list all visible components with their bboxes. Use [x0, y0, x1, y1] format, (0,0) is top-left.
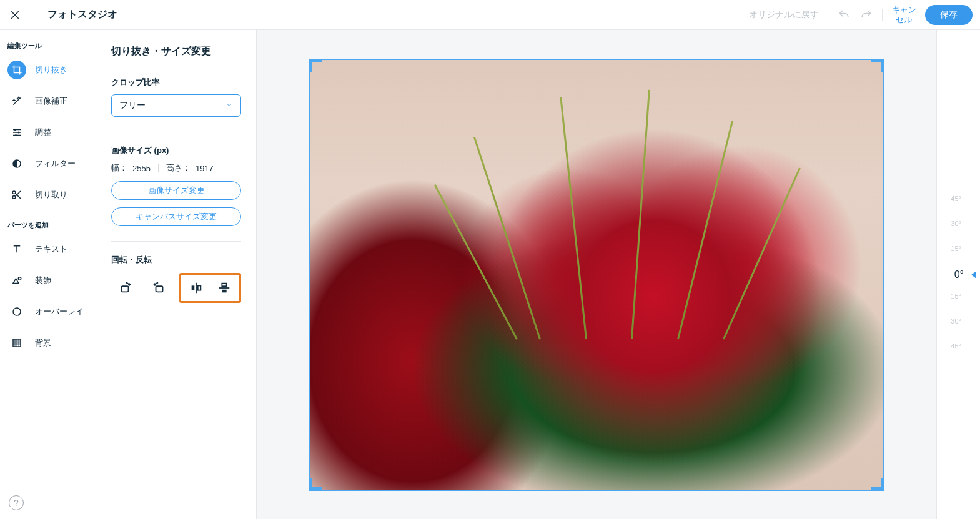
flip-vertical-icon	[217, 281, 231, 295]
separator	[828, 9, 828, 21]
flip-horizontal-icon	[189, 281, 203, 295]
image-stage[interactable]	[309, 59, 884, 490]
tool-text[interactable]: テキスト	[0, 234, 96, 265]
svg-rect-13	[222, 290, 226, 293]
svg-rect-11	[192, 285, 195, 290]
width-label: 幅：	[111, 162, 127, 174]
tool-label: 切り取り	[35, 189, 67, 200]
canvas-area[interactable]	[257, 30, 936, 519]
tool-label: 背景	[35, 337, 51, 348]
rail-section-edit: 編集ツール	[0, 37, 96, 54]
svg-point-1	[18, 132, 20, 134]
tool-label: フィルター	[35, 158, 76, 169]
height-value: 1917	[196, 164, 214, 173]
tool-label: テキスト	[35, 244, 67, 255]
sliders-icon	[11, 127, 22, 138]
edited-image	[309, 59, 884, 490]
filter-icon	[11, 158, 22, 169]
redo-icon	[860, 9, 873, 21]
divider	[111, 132, 241, 132]
chevron-down-icon	[225, 101, 233, 111]
rotate-cw-button[interactable]	[111, 276, 139, 300]
undo-icon	[838, 9, 850, 21]
tool-rail: 編集ツール 切り抜き 画像補正 調整 フィルター 切り取り パーツを追加 テキス…	[0, 30, 96, 519]
tool-overlay[interactable]: オーバーレイ	[0, 296, 96, 327]
rotate-flip-row	[111, 273, 241, 303]
image-size-label: 画像サイズ (px)	[111, 145, 241, 156]
deg-tick-15: 15°	[951, 245, 961, 252]
deg-tick-n15: -15°	[949, 292, 961, 300]
separator	[882, 9, 883, 21]
tool-crop[interactable]: 切り抜き	[0, 54, 96, 86]
deg-pointer-icon[interactable]	[971, 271, 976, 279]
crop-ratio-select[interactable]: フリー	[111, 94, 241, 117]
undo-button[interactable]	[837, 8, 851, 22]
svg-rect-9	[122, 286, 129, 292]
tool-auto-fix[interactable]: 画像補正	[0, 86, 96, 117]
rotate-ccw-icon	[152, 281, 166, 295]
crop-ratio-label: クロップ比率	[111, 77, 241, 88]
flip-buttons-highlight	[179, 273, 241, 303]
deg-tick-n45: -45°	[949, 342, 961, 350]
tool-label: 調整	[35, 127, 51, 138]
tool-adjust[interactable]: 調整	[0, 117, 96, 148]
resize-canvas-button[interactable]: キャンバスサイズ変更	[111, 207, 241, 226]
deg-tick-n30: -30°	[949, 317, 961, 325]
svg-point-6	[18, 277, 21, 280]
svg-rect-14	[222, 284, 226, 287]
tool-cut[interactable]: 切り取り	[0, 179, 96, 210]
deg-tick-45: 45°	[951, 195, 961, 202]
overlay-icon	[11, 306, 22, 317]
tool-label: 切り抜き	[35, 64, 67, 76]
background-icon	[11, 337, 22, 348]
crop-icon	[11, 64, 22, 76]
settings-panel: 切り抜き・サイズ変更 クロップ比率 フリー 画像サイズ (px) 幅： 2555…	[96, 30, 257, 519]
rotate-cw-icon	[118, 281, 132, 295]
rotate-flip-label: 回転・反転	[111, 254, 241, 265]
app-title: フォトスタジオ	[47, 8, 117, 21]
divider	[111, 241, 241, 242]
flip-horizontal-button[interactable]	[182, 276, 210, 300]
reset-original-button[interactable]: オリジナルに戻す	[749, 9, 819, 21]
crop-ratio-value: フリー	[119, 100, 146, 111]
help-button[interactable]: ?	[9, 495, 24, 510]
tool-filter[interactable]: フィルター	[0, 148, 96, 179]
cancel-button[interactable]: キャンセル	[891, 5, 916, 24]
flip-vertical-button[interactable]	[210, 276, 238, 300]
svg-point-0	[14, 129, 16, 131]
resize-image-button[interactable]: 画像サイズ変更	[111, 181, 241, 200]
tool-label: 画像補正	[35, 96, 67, 107]
deg-tick-30: 30°	[951, 220, 961, 227]
app-header: フォトスタジオ オリジナルに戻す キャンセル 保存	[0, 0, 980, 30]
close-button[interactable]	[7, 7, 22, 22]
scissors-icon	[11, 189, 22, 200]
redo-button[interactable]	[859, 8, 873, 22]
svg-point-2	[15, 134, 17, 136]
panel-title: 切り抜き・サイズ変更	[111, 45, 241, 58]
help-icon: ?	[14, 498, 19, 508]
svg-point-7	[13, 308, 21, 315]
svg-rect-12	[198, 285, 201, 290]
tool-background[interactable]: 背景	[0, 327, 96, 358]
shapes-icon	[11, 275, 22, 286]
width-value: 2555	[132, 164, 151, 173]
tool-label: 装飾	[35, 275, 51, 286]
height-label: 高さ：	[166, 162, 191, 174]
tool-label: オーバーレイ	[35, 306, 84, 317]
rotate-ccw-button[interactable]	[146, 276, 173, 300]
rail-section-parts: パーツを追加	[0, 217, 96, 234]
text-icon	[11, 244, 22, 255]
svg-rect-10	[156, 286, 162, 292]
tool-decor[interactable]: 装飾	[0, 265, 96, 296]
save-button[interactable]: 保存	[925, 5, 973, 25]
deg-current: 0°	[954, 269, 964, 280]
rotation-ruler[interactable]: 45° 30° 15° 0° -15° -30° -45°	[936, 30, 980, 519]
magic-wand-icon	[11, 96, 22, 107]
image-size-readout: 幅： 2555 高さ： 1917	[111, 162, 241, 174]
close-icon	[9, 9, 21, 21]
